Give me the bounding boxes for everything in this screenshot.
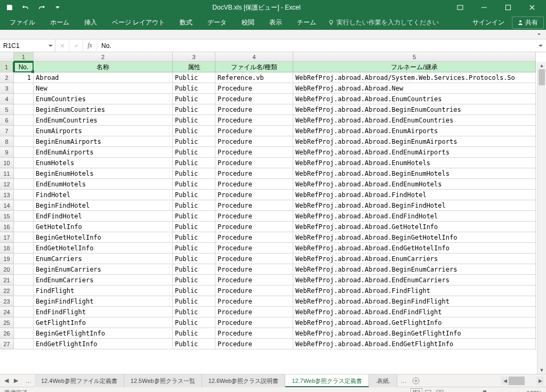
- table-row[interactable]: FindHotelPublicProcedureWebRefProj.abroa…: [14, 190, 546, 200]
- cell-no[interactable]: [14, 190, 34, 200]
- header-no[interactable]: No.: [14, 62, 34, 72]
- tab-view[interactable]: 表示: [262, 15, 290, 30]
- col-header-3[interactable]: 3: [173, 52, 215, 62]
- row-header[interactable]: 6: [0, 115, 14, 126]
- sheet-tab[interactable]: 12.5Web参照クラス一覧: [124, 374, 202, 387]
- cell-name[interactable]: EnumAirports: [34, 126, 173, 136]
- cell-full[interactable]: WebRefProj.abroad.Abroad.EndGetHotelInfo: [293, 243, 536, 254]
- cell-name[interactable]: BeginEnumCountries: [34, 104, 173, 115]
- cell-no[interactable]: 1: [14, 72, 34, 83]
- cell-file[interactable]: Procedure: [215, 307, 293, 317]
- cell-full[interactable]: WebRefProj.abroad.Abroad.EnumCarriers: [293, 254, 536, 264]
- tab-review[interactable]: 校閲: [234, 15, 262, 30]
- cell-full[interactable]: WebRefProj.abroad.Abroad.EndEnumCountrie…: [293, 115, 536, 126]
- tab-nav-next[interactable]: ▶: [12, 376, 20, 386]
- row-header[interactable]: 18: [0, 243, 14, 254]
- new-sheet-button[interactable]: [410, 377, 422, 385]
- cell-name[interactable]: EndEnumCarriers: [34, 275, 173, 285]
- cell-full[interactable]: WebRefProj.abroad.Abroad.BeginEnumAirpor…: [293, 136, 536, 147]
- cell-no[interactable]: [14, 168, 34, 179]
- cell-no[interactable]: [14, 296, 34, 307]
- share-button[interactable]: 共有: [512, 17, 544, 29]
- row-header[interactable]: 4: [0, 94, 14, 104]
- header-full[interactable]: フルネーム/継承: [293, 62, 536, 72]
- tab-formulas[interactable]: 数式: [172, 15, 200, 30]
- vertical-scrollbar[interactable]: ▲ ▼: [537, 62, 546, 374]
- cell-full[interactable]: WebRefProj.abroad.Abroad.BeginGetFlightI…: [293, 328, 536, 339]
- cell-name[interactable]: EndGetFlightInfo: [34, 339, 173, 349]
- row-header[interactable]: 1: [0, 62, 14, 72]
- cell-attr[interactable]: Public: [173, 94, 215, 104]
- col-header-1[interactable]: 1: [14, 52, 34, 62]
- cell-name[interactable]: FindFlight: [34, 285, 173, 296]
- table-row[interactable]: BeginFindFlightPublicProcedureWebRefProj…: [14, 296, 546, 307]
- cell-attr[interactable]: Public: [173, 104, 215, 115]
- col-header-4[interactable]: 4: [215, 52, 293, 62]
- sheet-tab[interactable]: 12.7Web参照クラス定義書: [285, 374, 369, 387]
- cell-file[interactable]: Procedure: [215, 190, 293, 200]
- cell-no[interactable]: [14, 200, 34, 211]
- cell-attr[interactable]: Public: [173, 232, 215, 243]
- row-header[interactable]: 25: [0, 317, 14, 328]
- cell-file[interactable]: Procedure: [215, 254, 293, 264]
- row-header[interactable]: 27: [0, 339, 14, 349]
- page-break-view-button[interactable]: [434, 388, 446, 393]
- cell-name[interactable]: BeginFindFlight: [34, 296, 173, 307]
- cell-file[interactable]: Procedure: [215, 83, 293, 94]
- cell-name[interactable]: EndGetHotelInfo: [34, 243, 173, 254]
- cell-full[interactable]: WebRefProj.abroad.Abroad.BeginFindHotel: [293, 200, 536, 211]
- cell-attr[interactable]: Public: [173, 200, 215, 211]
- cell-attr[interactable]: Public: [173, 328, 215, 339]
- cell-full[interactable]: WebRefProj.abroad.Abroad.EnumCountries: [293, 94, 536, 104]
- cell-no[interactable]: [14, 179, 34, 190]
- zoom-out-button[interactable]: −: [446, 390, 453, 393]
- sheet-tab[interactable]: 12.6Web参照クラス説明書: [202, 374, 286, 387]
- cell-attr[interactable]: Public: [173, 317, 215, 328]
- cell-no[interactable]: [14, 339, 34, 349]
- table-row[interactable]: EnumCarriersPublicProcedureWebRefProj.ab…: [14, 254, 546, 264]
- table-row[interactable]: BeginGetFlightInfoPublicProcedureWebRefP…: [14, 328, 546, 339]
- name-box-dropdown[interactable]: [46, 39, 55, 52]
- table-row[interactable]: BeginGetHotelInfoPublicProcedureWebRefPr…: [14, 232, 546, 243]
- formula-input[interactable]: [97, 39, 535, 52]
- cell-file[interactable]: Procedure: [215, 275, 293, 285]
- minimize-button[interactable]: [472, 0, 496, 15]
- tab-page-layout[interactable]: ページ レイアウト: [105, 15, 172, 30]
- tab-file[interactable]: ファイル: [2, 15, 43, 30]
- cell-full[interactable]: WebRefProj.abroad.Abroad.EndEnumHotels: [293, 179, 536, 190]
- cell-name[interactable]: EndEnumHotels: [34, 179, 173, 190]
- cell-name[interactable]: EnumCountries: [34, 94, 173, 104]
- col-header-2[interactable]: 2: [34, 52, 173, 62]
- undo-button[interactable]: [18, 1, 33, 14]
- table-row[interactable]: EndEnumCountriesPublicProcedureWebRefPro…: [14, 115, 546, 126]
- cell-full[interactable]: WebRefProj.abroad.Abroad.EndFindFlight: [293, 307, 536, 317]
- cell-file[interactable]: Procedure: [215, 147, 293, 158]
- page-layout-view-button[interactable]: [422, 388, 434, 393]
- cell-file[interactable]: Procedure: [215, 222, 293, 232]
- cell-attr[interactable]: Public: [173, 275, 215, 285]
- table-row[interactable]: EndGetHotelInfoPublicProcedureWebRefProj…: [14, 243, 546, 254]
- cell-name[interactable]: GetHotelInfo: [34, 222, 173, 232]
- tab-home[interactable]: ホーム: [43, 15, 77, 30]
- cell-no[interactable]: [14, 147, 34, 158]
- cell-attr[interactable]: Public: [173, 264, 215, 275]
- cell-name[interactable]: FindHotel: [34, 190, 173, 200]
- horizontal-scrollbar[interactable]: ◀ ▶: [501, 377, 544, 385]
- tab-overflow-left[interactable]: …: [22, 378, 35, 384]
- cell-attr[interactable]: Public: [173, 296, 215, 307]
- row-header[interactable]: 22: [0, 285, 14, 296]
- row-header[interactable]: 17: [0, 232, 14, 243]
- cell-file[interactable]: Procedure: [215, 158, 293, 168]
- cell-full[interactable]: WebRefProj.abroad.Abroad.EndEnumCarriers: [293, 275, 536, 285]
- tab-nav-prev[interactable]: ◀: [2, 376, 11, 386]
- cell-full[interactable]: WebRefProj.abroad.Abroad.GetFlightInfo: [293, 317, 536, 328]
- cell-name[interactable]: EndFindFlight: [34, 307, 173, 317]
- cell-full[interactable]: WebRefProj.abroad.Abroad.EnumHotels: [293, 158, 536, 168]
- table-row[interactable]: EndEnumHotelsPublicProcedureWebRefProj.a…: [14, 179, 546, 190]
- table-row[interactable]: EndGetFlightInfoPublicProcedureWebRefPro…: [14, 339, 546, 349]
- cell-full[interactable]: WebRefProj.abroad.Abroad.BeginFindFlight: [293, 296, 536, 307]
- cell-attr[interactable]: Public: [173, 307, 215, 317]
- table-row[interactable]: 1AbroadPublicReference.vbWebRefProj.abro…: [14, 72, 546, 83]
- sheet-tab[interactable]: 12.4Web参照ファイル定義書: [35, 374, 124, 387]
- cell-attr[interactable]: Public: [173, 243, 215, 254]
